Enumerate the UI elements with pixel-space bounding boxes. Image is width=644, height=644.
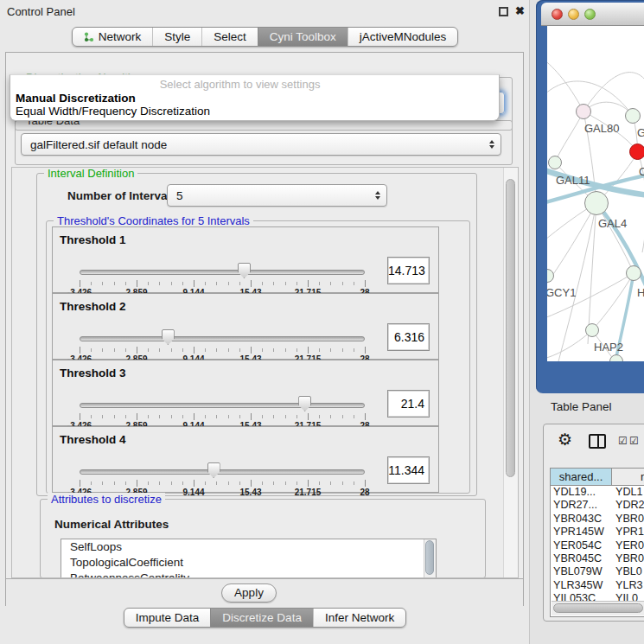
threshold-value-field[interactable]: 14.713: [387, 257, 430, 284]
tick-marks: [80, 348, 366, 352]
threshold-slider[interactable]: -3.426 2.859 9.144 15.43 21.715 28: [80, 328, 365, 360]
scrollbar-thumb[interactable]: [506, 179, 515, 477]
stepper-arrows-icon: [489, 140, 494, 149]
tab-style[interactable]: Style: [152, 28, 201, 46]
dropdown-option-equal-width-frequency[interactable]: Equal Width/Frequency Discretization: [16, 105, 210, 118]
tick-major: [80, 413, 80, 420]
zoom-traffic-icon[interactable]: [584, 9, 596, 20]
network-view-window[interactable]: GAL80 G C GAL11 GAL4 GCY1 H HAP2: [536, 0, 644, 393]
tick-major: [308, 347, 309, 354]
vertical-scrollbar[interactable]: [503, 168, 518, 577]
interval-definition-group: Interval Definition Number of Intervals …: [36, 173, 477, 496]
slider-track[interactable]: [80, 270, 365, 275]
table-row[interactable]: YER054CYER0: [551, 539, 644, 552]
list-item[interactable]: TopologicalCoefficient: [61, 555, 436, 571]
node-label-gal4: GAL4: [598, 217, 627, 230]
slider-thumb[interactable]: [207, 462, 220, 478]
list-item[interactable]: SelfLoops: [61, 539, 436, 555]
combo-value: galFiltered.sif default node: [30, 138, 167, 151]
tab-infer-network[interactable]: Infer Network: [313, 609, 405, 627]
list-scrollbar[interactable]: [424, 539, 436, 577]
tab-network[interactable]: Network: [73, 28, 153, 46]
column-header-name[interactable]: na: [612, 469, 644, 485]
slider-track[interactable]: [80, 469, 365, 475]
table-row[interactable]: YBR045CYBR0: [551, 552, 644, 565]
tab-label: jActiveMNodules: [360, 30, 447, 43]
tick-label: 28: [360, 488, 369, 497]
apply-button[interactable]: Apply: [221, 583, 277, 603]
tab-impute-data[interactable]: Impute Data: [124, 609, 211, 627]
tick-major: [365, 347, 366, 354]
dropdown-option-manual-discretization[interactable]: Manual Discretization: [16, 92, 136, 105]
control-panel-titlebar: Control Panel ✖: [0, 0, 529, 23]
tab-label: Network: [99, 30, 142, 43]
threshold-value-field[interactable]: 21.4: [387, 390, 430, 418]
tab-label: Discretize Data: [222, 611, 302, 624]
tick-major: [137, 480, 137, 487]
table-panel-title: Table Panel: [551, 400, 612, 413]
gear-icon[interactable]: ⚙: [558, 430, 572, 450]
cyni-mode-tab-row: Impute Data Discretize Data Infer Networ…: [0, 608, 530, 628]
threshold-slider[interactable]: -3.426 2.859 9.144 15.43 21.715 28: [80, 262, 365, 293]
horizontal-scrollbar[interactable]: [552, 601, 644, 615]
select-all-icon[interactable]: ☑: [618, 435, 628, 447]
tick-major: [137, 347, 137, 354]
table-row[interactable]: YDL19...YDL1: [551, 486, 644, 499]
columns-icon[interactable]: [589, 434, 606, 449]
threshold-slider[interactable]: -3.426 2.859 9.144 15.43 21.715 28: [80, 395, 365, 426]
slider-track[interactable]: [80, 336, 365, 341]
tick-major: [194, 480, 194, 487]
network-node-selected-red[interactable]: [629, 143, 644, 160]
network-canvas[interactable]: GAL80 G C GAL11 GAL4 GCY1 H HAP2: [547, 26, 644, 361]
network-node-hap2[interactable]: [585, 323, 599, 337]
close-traffic-icon[interactable]: [552, 9, 563, 20]
threshold-slider[interactable]: -3.426 2.859 9.144 15.43 21.715 28: [80, 462, 365, 493]
slider-thumb[interactable]: [238, 263, 251, 278]
combo-value: 5: [176, 189, 183, 202]
number-of-intervals-select[interactable]: 5: [167, 184, 387, 207]
float-window-icon[interactable]: [499, 7, 508, 16]
tick-major: [194, 347, 194, 354]
node-label-partial-c: C: [639, 165, 644, 178]
threshold-1-panel: Threshold 1 -3.426 2.859 9.144 15.43: [52, 226, 439, 293]
tab-discretize-data[interactable]: Discretize Data: [210, 609, 313, 627]
slider-track[interactable]: [80, 403, 365, 408]
settings-scroll-area: Interval Definition Number of Intervals …: [11, 167, 519, 578]
cyni-mode-tab-bar: Impute Data Discretize Data Infer Networ…: [124, 608, 406, 628]
table-row[interactable]: YBR043CYBR0: [551, 513, 644, 526]
tab-label: Impute Data: [136, 611, 200, 624]
node-label-partial-g: G: [637, 126, 644, 139]
threshold-2-panel: Threshold 2 -3.426 2.859 9.144 15.43: [52, 293, 439, 360]
group-title: Threshold's Coordinates for 5 Intervals: [54, 214, 253, 227]
tick-marks: [80, 481, 366, 485]
scrollbar-thumb[interactable]: [425, 540, 434, 575]
table-data-group: Table Data galFiltered.sif default node: [15, 120, 513, 165]
slider-thumb[interactable]: [162, 329, 175, 345]
deselect-all-icon[interactable]: ☑: [629, 435, 639, 447]
network-node-gal4[interactable]: [584, 191, 609, 215]
table-row[interactable]: YBL079WYBL0: [551, 565, 644, 578]
table-row[interactable]: YLR345WYLR3: [551, 579, 644, 592]
threshold-value-field[interactable]: 6.316: [387, 323, 430, 351]
threshold-value-field[interactable]: 11.344: [387, 456, 430, 484]
network-node-gal80[interactable]: [576, 104, 591, 119]
network-window-titlebar[interactable]: [541, 3, 644, 26]
list-item[interactable]: BetweennessCentrality: [61, 571, 436, 578]
minimize-traffic-icon[interactable]: [568, 9, 579, 20]
column-header-shared-name[interactable]: shared...: [551, 469, 612, 485]
network-node-top-right[interactable]: [625, 108, 641, 124]
table-row[interactable]: YDR27...YDR2: [551, 499, 644, 512]
table-panel-card: ⚙ ☑ ☑ shared... na YDL19...YDL1 YDR27...…: [543, 424, 644, 622]
table-data-select[interactable]: galFiltered.sif default node: [21, 133, 501, 156]
network-node-right-middle[interactable]: [626, 265, 641, 281]
tab-jactivemnodules[interactable]: jActiveMNodules: [348, 28, 458, 46]
close-icon[interactable]: ✖: [515, 4, 525, 17]
tab-cyni-toolbox[interactable]: Cyni Toolbox: [258, 28, 348, 46]
slider-thumb[interactable]: [298, 396, 311, 411]
scrollbar-thumb[interactable]: [553, 603, 643, 613]
tab-select[interactable]: Select: [201, 28, 258, 46]
tick-major: [194, 413, 194, 420]
network-node-gal11[interactable]: [548, 156, 562, 169]
algorithm-dropdown-popup: Select algorithm to view settings Manual…: [10, 74, 500, 121]
table-row[interactable]: YPR145WYPR1: [551, 526, 644, 539]
